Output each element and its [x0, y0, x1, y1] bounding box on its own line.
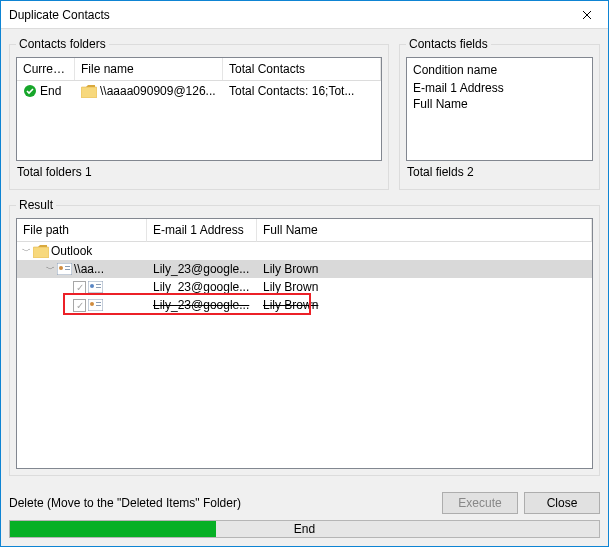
result-legend: Result — [16, 198, 56, 212]
checkbox[interactable]: ✓ — [73, 299, 86, 312]
result-header-row: File path E-mail 1 Address Full Name — [17, 219, 592, 242]
tree-root[interactable]: ﹀ Outlook — [17, 242, 592, 260]
fields-legend: Contacts fields — [406, 37, 491, 51]
body: Contacts folders Curren... File name Tot… — [1, 29, 608, 484]
result-table: File path E-mail 1 Address Full Name ﹀ O… — [16, 218, 593, 469]
window: Duplicate Contacts Contacts folders Curr… — [0, 0, 609, 547]
total-contacts: Total Contacts: 16;Tot... — [223, 81, 381, 101]
contact-card-icon — [88, 281, 103, 293]
tree-item[interactable]: ✓ Lily_23@google... Lily Brown — [17, 278, 592, 296]
close-button[interactable]: Close — [524, 492, 600, 514]
col-current[interactable]: Curren... — [17, 58, 75, 80]
folder-icon — [33, 245, 49, 258]
progress-text: End — [294, 522, 315, 536]
window-title: Duplicate Contacts — [1, 8, 566, 22]
col-total[interactable]: Total Contacts — [223, 58, 381, 80]
svg-point-12 — [90, 302, 94, 306]
fields-header: Condition name — [413, 62, 586, 80]
titlebar: Duplicate Contacts — [1, 1, 608, 29]
fields-summary: Total fields 2 — [406, 161, 593, 183]
svg-rect-5 — [65, 266, 70, 267]
cell-name: Lily Brown — [257, 280, 592, 294]
contacts-fields-group: Contacts fields Condition name E-mail 1 … — [399, 37, 600, 190]
footer: Delete (Move to the "Deleted Items" Fold… — [1, 484, 608, 546]
tree-root-label: Outlook — [51, 244, 92, 258]
cell-name: Lily Brown — [257, 298, 592, 312]
svg-point-8 — [90, 284, 94, 288]
col-filename[interactable]: File name — [75, 58, 223, 80]
contact-card-icon — [57, 263, 72, 275]
result-body: ﹀ Outlook ﹀ \\aa... Lily_23@google... — [17, 242, 592, 314]
cell-email: Lily_23@google... — [147, 298, 257, 312]
execute-button[interactable]: Execute — [442, 492, 518, 514]
fields-list: Condition name E-mail 1 Address Full Nam… — [406, 57, 593, 161]
close-icon[interactable] — [566, 1, 608, 29]
current-status: End — [40, 84, 61, 98]
folders-legend: Contacts folders — [16, 37, 109, 51]
folders-header-row: Curren... File name Total Contacts — [17, 58, 381, 81]
col-email[interactable]: E-mail 1 Address — [147, 219, 257, 242]
action-label: Delete (Move to the "Deleted Items" Fold… — [9, 496, 436, 510]
cell-email: Lily_23@google... — [147, 262, 257, 276]
file-name: \\aaaa090909@126... — [100, 84, 216, 98]
cell-email: Lily_23@google... — [147, 280, 257, 294]
progress-bar: End — [9, 520, 600, 538]
cell-name: Lily Brown — [257, 262, 592, 276]
check-circle-icon — [23, 84, 37, 98]
tree-item-duplicate[interactable]: ✓ Lily_23@google... Lily Brown — [17, 296, 592, 314]
field-item[interactable]: Full Name — [413, 96, 586, 112]
contacts-folders-group: Contacts folders Curren... File name Tot… — [9, 37, 389, 190]
svg-rect-6 — [65, 269, 70, 270]
contact-card-icon — [88, 299, 103, 311]
folder-icon — [81, 85, 97, 98]
svg-rect-9 — [96, 284, 101, 285]
tree-group-label: \\aa... — [74, 262, 104, 276]
chevron-down-icon[interactable]: ﹀ — [21, 245, 31, 258]
svg-rect-10 — [96, 287, 101, 288]
col-full-name[interactable]: Full Name — [257, 219, 592, 242]
checkbox[interactable]: ✓ — [73, 281, 86, 294]
tree-group[interactable]: ﹀ \\aa... Lily_23@google... Lily Brown — [17, 260, 592, 278]
result-group: Result File path E-mail 1 Address Full N… — [9, 198, 600, 476]
folder-row[interactable]: End \\aaaa090909@126... Total Contacts: … — [17, 81, 381, 101]
svg-point-4 — [59, 266, 63, 270]
svg-rect-13 — [96, 302, 101, 303]
chevron-down-icon[interactable]: ﹀ — [45, 263, 55, 276]
progress-fill — [10, 521, 216, 537]
folders-summary: Total folders 1 — [16, 161, 382, 183]
svg-rect-1 — [81, 87, 97, 98]
svg-rect-14 — [96, 305, 101, 306]
field-item[interactable]: E-mail 1 Address — [413, 80, 586, 96]
folders-table: Curren... File name Total Contacts End \… — [16, 57, 382, 161]
col-file-path[interactable]: File path — [17, 219, 147, 242]
svg-rect-2 — [33, 247, 49, 258]
